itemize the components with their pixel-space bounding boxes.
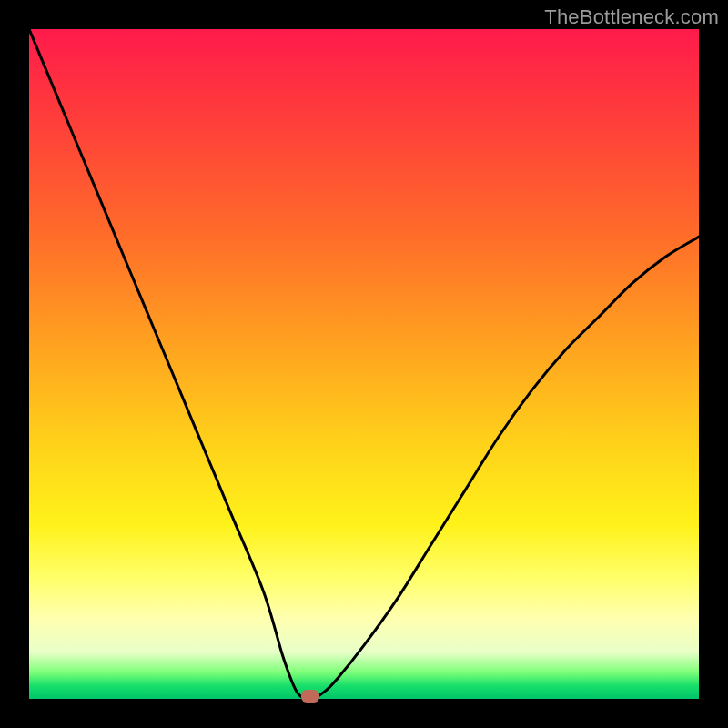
curve-path: [29, 29, 699, 699]
plot-area: [29, 29, 699, 699]
optimum-marker: [301, 690, 319, 703]
chart-frame: TheBottleneck.com: [0, 0, 728, 728]
bottleneck-curve: [29, 29, 699, 699]
watermark-text: TheBottleneck.com: [544, 5, 719, 29]
